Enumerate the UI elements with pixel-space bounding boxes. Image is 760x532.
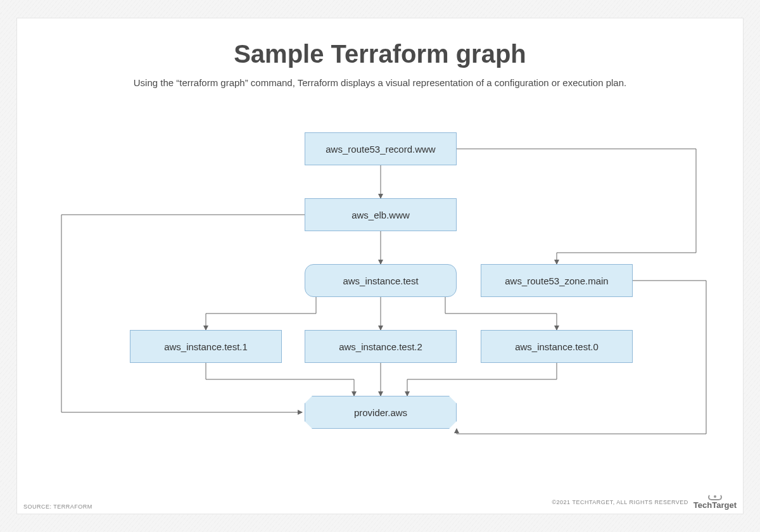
node-route53-zone: aws_route53_zone.main bbox=[481, 264, 633, 297]
node-label: aws_instance.test.1 bbox=[164, 341, 248, 352]
diagram-canvas: aws_route53_record.www aws_elb.www aws_i… bbox=[17, 113, 743, 488]
node-label: aws_elb.www bbox=[352, 210, 410, 220]
footer-copyright: ©2021 TECHTARGET, ALL RIGHTS RESERVED bbox=[552, 499, 688, 505]
node-provider: provider.aws bbox=[305, 396, 457, 429]
diagram-subtitle: Using the “terraform graph” command, Ter… bbox=[17, 77, 743, 88]
diagram-title: Sample Terraform graph bbox=[17, 18, 743, 68]
node-label: aws_instance.test.2 bbox=[339, 341, 422, 352]
footer-brand: ©2021 TECHTARGET, ALL RIGHTS RESERVED Te… bbox=[552, 494, 737, 510]
footer-source: SOURCE: TERRAFORM bbox=[23, 504, 92, 510]
node-label: aws_route53_record.www bbox=[326, 144, 435, 155]
node-instance-test: aws_instance.test bbox=[305, 264, 457, 297]
node-label: aws_instance.test bbox=[343, 276, 418, 286]
node-instance-test-2: aws_instance.test.2 bbox=[305, 330, 457, 363]
diagram-card: Sample Terraform graph Using the “terraf… bbox=[16, 18, 744, 514]
node-route53-record: aws_route53_record.www bbox=[305, 132, 457, 165]
node-instance-test-0: aws_instance.test.0 bbox=[481, 330, 633, 363]
diagram-edges bbox=[17, 113, 743, 488]
node-label: aws_instance.test.0 bbox=[515, 341, 598, 352]
node-elb: aws_elb.www bbox=[305, 198, 457, 231]
node-label: aws_route53_zone.main bbox=[505, 276, 608, 286]
node-label: provider.aws bbox=[354, 407, 407, 418]
diagram-footer: SOURCE: TERRAFORM ©2021 TECHTARGET, ALL … bbox=[23, 494, 737, 510]
brand-logo-icon: TechTarget bbox=[694, 494, 737, 510]
brand-name: TechTarget bbox=[694, 500, 737, 510]
node-instance-test-1: aws_instance.test.1 bbox=[130, 330, 282, 363]
